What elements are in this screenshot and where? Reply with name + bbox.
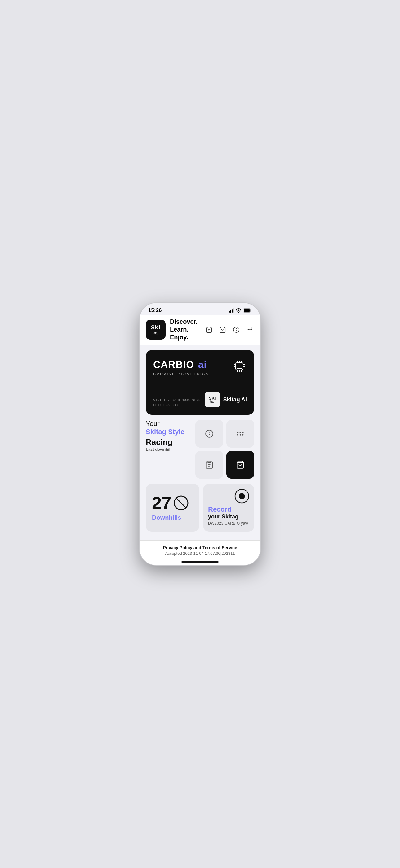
carbio-card: CARBIO ai CARVING BIOMETRICS (146, 350, 254, 415)
logo-ski: SKI (151, 325, 160, 330)
status-bar: 15:26 (139, 303, 261, 315)
svg-point-32 (237, 432, 239, 433)
phone-frame: 15:26 SKI tag Discover. Lea (139, 303, 261, 565)
style-clipboard-button[interactable] (195, 451, 223, 479)
header-icons (205, 326, 254, 334)
record-card[interactable]: Record your Skitag DW2023 CARBIO yaw (203, 484, 254, 532)
info-icon-button[interactable] (232, 326, 241, 334)
scroll-content[interactable]: CARBIO ai CARVING BIOMETRICS (139, 345, 261, 540)
no-sign-icon (174, 495, 189, 510)
logo-tag: tag (153, 330, 159, 335)
style-info-button[interactable] (195, 420, 223, 448)
svg-point-11 (251, 327, 253, 329)
downhills-label: Downhills (152, 514, 193, 521)
carbio-uuid: 5151F1D7-B7ED-403C-9E75- FF17CB0A1333 (153, 398, 202, 407)
svg-rect-38 (208, 461, 210, 463)
battery-icon (243, 308, 252, 313)
svg-rect-2 (208, 327, 210, 328)
style-name: Skitag Style (146, 428, 192, 436)
svg-point-10 (249, 327, 251, 329)
home-indicator (181, 561, 219, 562)
clipboard-icon-button[interactable] (205, 326, 213, 334)
tagline-line1: Discover. (170, 318, 205, 326)
chip-icon (232, 359, 247, 375)
status-icons (229, 308, 252, 313)
grid-icon-button[interactable] (245, 326, 254, 334)
downhills-row: 27 (152, 494, 193, 512)
badge-ski: SKI (209, 396, 216, 400)
record-label: Record (208, 505, 249, 514)
logo-box: SKI tag (146, 320, 166, 340)
svg-line-43 (176, 498, 186, 508)
record-icon (234, 489, 249, 505)
badge-tag: tag (210, 400, 214, 403)
svg-point-13 (249, 329, 251, 330)
svg-point-34 (242, 432, 244, 433)
last-downhill: Last downhill (146, 447, 192, 452)
svg-point-36 (240, 434, 241, 436)
carbio-bottom: 5151F1D7-B7ED-403C-9E75- FF17CB0A1333 SK… (153, 392, 247, 407)
record-tags: DW2023 CARBIO yaw (208, 521, 249, 526)
skitag-badge-box: SKI tag (205, 392, 220, 407)
svg-rect-16 (237, 364, 242, 369)
badge-label: Skitag AI (223, 397, 247, 403)
status-time: 15:26 (148, 307, 162, 314)
footer-privacy[interactable]: Privacy Policy and Terms of Service (146, 545, 254, 550)
stats-section: 27 Downhills Record (146, 484, 254, 532)
style-buttons (195, 420, 254, 479)
style-bag-button[interactable] (226, 451, 254, 479)
svg-rect-1 (244, 309, 249, 312)
svg-point-14 (251, 329, 253, 330)
svg-point-37 (242, 434, 244, 436)
tagline-line3: Enjoy. (170, 333, 205, 341)
style-dots-button[interactable] (226, 420, 254, 448)
footer-accepted: Accepted 2023-11-04|17:07:30|202311 (146, 551, 254, 556)
your-label: Your (146, 420, 192, 428)
carbio-ai: ai (198, 359, 207, 370)
signal-bars-icon (229, 308, 234, 313)
style-section: Your Skitag Style Racing Last downhill (146, 420, 254, 479)
tagline: Discover. Learn. Enjoy. (170, 318, 205, 341)
svg-point-12 (248, 329, 249, 330)
app-header: SKI tag Discover. Learn. Enjoy. (139, 315, 261, 345)
carbio-title: CARBIO (153, 359, 194, 370)
bag-icon-button[interactable] (218, 326, 227, 334)
skitag-badge: SKI tag Skitag AI (205, 392, 247, 407)
style-info: Your Skitag Style Racing Last downhill (146, 420, 192, 479)
tagline-line2: Learn. (170, 326, 205, 333)
svg-point-35 (237, 434, 239, 436)
svg-point-9 (248, 327, 249, 329)
svg-point-45 (239, 493, 245, 499)
downhills-count: 27 (152, 494, 171, 512)
downhills-card[interactable]: 27 Downhills (146, 484, 199, 532)
wifi-icon (236, 308, 241, 313)
record-sublabel: your Skitag (208, 514, 249, 520)
style-type: Racing (146, 437, 192, 447)
svg-point-33 (240, 432, 241, 433)
